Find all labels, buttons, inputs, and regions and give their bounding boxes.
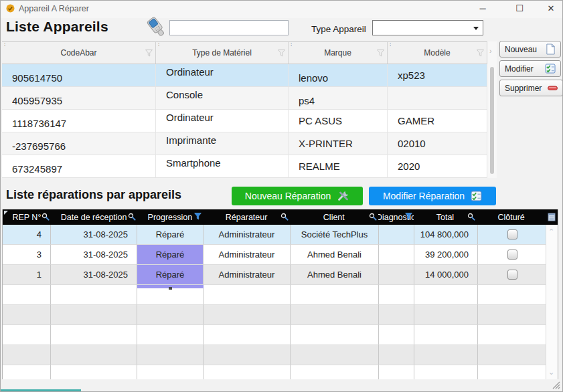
cell-type: Smartphone <box>156 155 289 177</box>
column-chooser-icon[interactable] <box>548 213 556 221</box>
cell-codeabar: 673245897 <box>2 155 156 177</box>
edit-checklist-icon <box>471 191 482 201</box>
reparations-heading: Liste réparations par appareils <box>6 188 181 202</box>
cell-modele <box>388 87 487 109</box>
search-icon[interactable] <box>369 213 377 221</box>
column-header-diagnostic[interactable]: Diagnostic <box>378 209 414 225</box>
table-row[interactable]: 405957935 Console ps4 <box>2 87 487 110</box>
table-row[interactable]: 1118736147 Ordinateur PC ASUS GAMER <box>2 110 487 132</box>
appareils-grid-header: ⁞ CodeAbar ⁞ Type de Matériel ⁞ Marque ⁞… <box>2 42 487 64</box>
filter-icon[interactable] <box>278 50 285 57</box>
type-appareil-select[interactable] <box>372 20 483 35</box>
header-corner-box <box>546 209 558 225</box>
column-header-label: Type de Matériel <box>192 48 252 58</box>
filter-icon[interactable] <box>405 213 412 220</box>
drag-handle-icon: ⁞ <box>291 42 292 47</box>
cell-modele: 02010 <box>388 132 487 155</box>
search-icon[interactable] <box>280 213 289 221</box>
nouveau-reparation-button[interactable]: Nouveau Réparation <box>232 187 363 205</box>
reparations-grid-scrollbar[interactable]: ⌃ ⌄ <box>546 225 558 379</box>
cell-diagnostic <box>379 265 414 285</box>
cell-marque: lenovo <box>289 64 388 86</box>
modifier-reparation-button[interactable]: Modifier Réparation <box>369 187 496 205</box>
filter-icon[interactable] <box>194 213 202 220</box>
maximize-button[interactable]: ☐ <box>509 2 530 15</box>
cell-reparateur: Administrateur <box>204 225 291 245</box>
appareils-grid-scrollbar[interactable]: › <box>487 41 497 178</box>
supprimer-button[interactable]: Supprimer <box>499 80 563 96</box>
table-row[interactable]: 3 31-08-2025 Réparé Administrateur Ahmed… <box>3 245 558 265</box>
cell-rep: 4 <box>3 225 51 245</box>
column-header-modele[interactable]: ⁞ Modèle <box>388 42 487 64</box>
cloture-checkbox[interactable] <box>507 250 517 260</box>
column-header-total[interactable]: Total <box>414 209 477 225</box>
cell-total: 39 200,000 <box>414 245 478 265</box>
column-header-type[interactable]: ⁞ Type de Matériel <box>156 42 289 64</box>
close-button[interactable]: ✕ <box>541 2 561 15</box>
cell-cloture <box>478 265 547 285</box>
chevron-down-icon <box>473 27 479 30</box>
table-row[interactable]: -237695766 Imprimante X-PRINTER 02010 <box>2 132 487 155</box>
drag-handle-icon: ⁞ <box>390 42 391 47</box>
cell-date: 31-08-2025 <box>51 245 137 265</box>
modifier-button-label: Modifier <box>505 64 534 74</box>
column-header-reparateur[interactable]: Réparateur <box>203 209 290 225</box>
column-header-client[interactable]: Client <box>290 209 378 225</box>
resize-grip[interactable] <box>552 381 560 389</box>
barcode-scanner-icon <box>145 17 168 38</box>
selection-handle[interactable] <box>169 287 172 290</box>
cell-client: Ahmed Benali <box>291 245 379 265</box>
column-header-date[interactable]: Date de réception <box>51 209 137 225</box>
cell-type: Imprimante <box>156 132 289 155</box>
table-row-empty <box>3 325 558 345</box>
table-row[interactable]: 905614750 Ordinateur lenovo xp523 <box>2 64 487 87</box>
cloture-checkbox[interactable] <box>507 229 517 239</box>
filter-icon[interactable] <box>477 50 484 57</box>
cell-marque: REALME <box>289 155 388 177</box>
table-row-empty <box>3 345 558 365</box>
cell-modele: GAMER <box>388 110 487 132</box>
table-row-empty <box>3 365 558 379</box>
search-icon[interactable] <box>467 213 475 221</box>
table-row[interactable]: 4 31-08-2025 Réparé Administrateur Socié… <box>3 225 558 245</box>
minimize-button[interactable]: ─ <box>473 2 493 15</box>
nouveau-button[interactable]: Nouveau <box>499 41 561 58</box>
cell-cloture <box>478 225 547 245</box>
cell-codeabar: 405957935 <box>2 87 156 109</box>
filter-icon[interactable] <box>377 50 384 57</box>
cell-marque: ps4 <box>289 87 388 109</box>
type-appareil-label: Type Appareil <box>311 24 366 34</box>
scroll-down-icon[interactable]: ⌄ <box>548 368 554 377</box>
cell-marque: PC ASUS <box>289 110 388 132</box>
table-row-empty <box>3 305 558 325</box>
filter-icon[interactable] <box>145 50 153 57</box>
cloture-checkbox[interactable] <box>507 270 517 280</box>
cell-type: Ordinateur <box>156 64 289 86</box>
column-header-codeabar[interactable]: ⁞ CodeAbar <box>2 42 156 64</box>
cell-modele: 2020 <box>388 155 487 177</box>
cell-client: Société TechPlus <box>291 225 379 245</box>
search-icon[interactable] <box>128 213 136 221</box>
column-header-cloture[interactable]: Clôturé <box>477 209 546 225</box>
cell-progression: Réparé <box>137 245 204 265</box>
column-header-progression[interactable]: Progression <box>137 209 204 225</box>
nouveau-reparation-label: Nouveau Réparation <box>245 191 331 201</box>
column-header-rep[interactable]: REP N° <box>3 209 51 225</box>
cell-diagnostic <box>379 225 414 245</box>
scrollbar-thumb[interactable] <box>490 67 494 174</box>
column-header-marque[interactable]: ⁞ Marque <box>289 42 388 64</box>
cell-date: 31-08-2025 <box>51 265 137 285</box>
cell-date: 31-08-2025 <box>51 225 137 245</box>
scroll-up-icon[interactable]: ⌃ <box>548 227 554 236</box>
cell-progression: Réparé <box>137 265 204 285</box>
cell-rep: 3 <box>3 245 51 265</box>
grid-scroll-arrow-icon[interactable]: › <box>489 47 492 55</box>
table-row[interactable]: 1 31-08-2025 Réparé Administrateur Ahmed… <box>3 265 558 285</box>
cell-reparateur: Administrateur <box>204 245 291 265</box>
modifier-button[interactable]: Modifier <box>499 60 561 77</box>
search-icon[interactable] <box>42 213 50 221</box>
table-row[interactable]: 673245897 Smartphone REALME 2020 <box>2 155 487 178</box>
barcode-search-input[interactable] <box>169 20 289 35</box>
window-title: Appareil A Réparer <box>19 4 89 13</box>
cell-codeabar: -237695766 <box>2 132 156 155</box>
